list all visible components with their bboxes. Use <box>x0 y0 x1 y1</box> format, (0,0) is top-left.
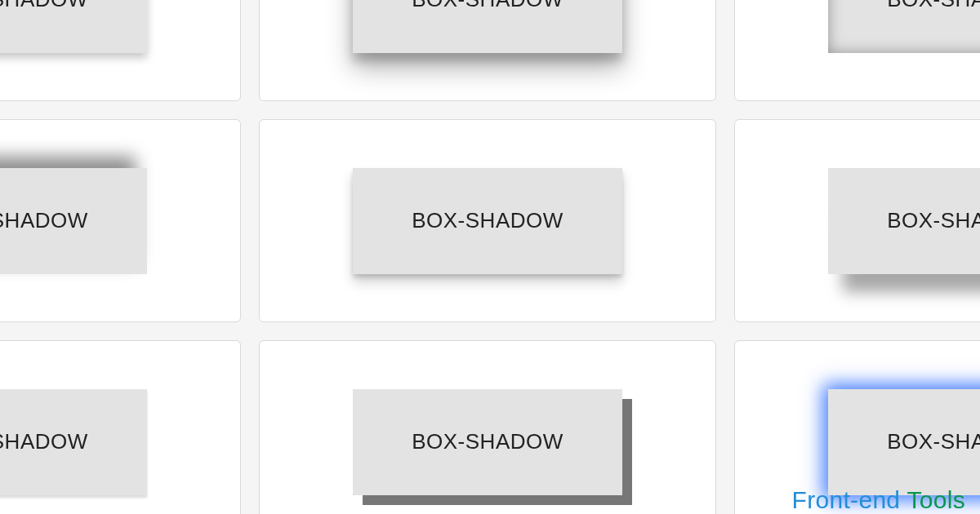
shadow-card[interactable]: BOX-SHADOW <box>0 119 241 322</box>
shadow-card[interactable]: BOX-SHADOW <box>259 0 716 101</box>
shadow-card[interactable]: BOX-SHADOW <box>259 340 716 514</box>
shadow-sample: BOX-SHADOW <box>353 168 622 274</box>
watermark-word-1: Front-end <box>792 486 907 513</box>
shadow-sample: BOX-SHADOW <box>353 389 622 495</box>
shadow-sample: BOX-SHADOW <box>828 0 980 53</box>
shadow-card[interactable]: BOX-SHADOW <box>734 119 980 322</box>
shadow-sample: BOX-SHADOW <box>353 0 622 53</box>
shadow-sample: BOX-SHADOW <box>828 168 980 274</box>
watermark-word-2: Tools <box>906 486 965 513</box>
shadow-card[interactable]: BOX-SHADOW <box>0 0 241 101</box>
shadow-sample: BOX-SHADOW <box>0 168 147 274</box>
shadow-sample: BOX-SHADOW <box>0 0 147 53</box>
shadow-card[interactable]: BOX-SHADOW <box>0 340 241 514</box>
watermark: Front-end Tools <box>792 486 965 514</box>
shadow-gallery-grid: BOX-SHADOW BOX-SHADOW BOX-SHADOW BOX-SHA… <box>0 0 980 514</box>
shadow-sample: BOX-SHADOW <box>0 389 147 495</box>
shadow-card[interactable]: BOX-SHADOW <box>259 119 716 322</box>
shadow-sample: BOX-SHADOW <box>828 389 980 495</box>
shadow-card[interactable]: BOX-SHADOW <box>734 0 980 101</box>
